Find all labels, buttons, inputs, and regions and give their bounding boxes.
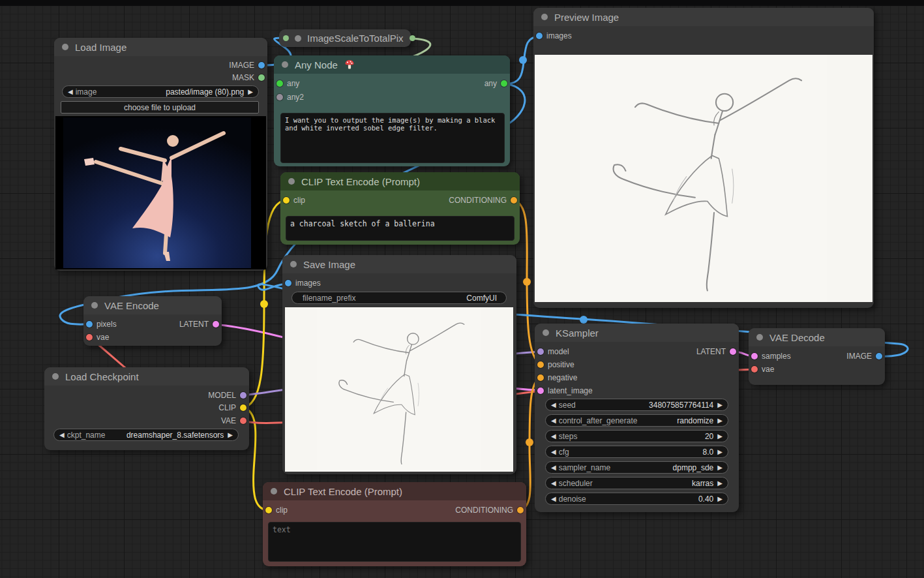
node-header[interactable]: Any Node xyxy=(274,55,510,74)
decrement-arrow-icon[interactable]: ◀ xyxy=(551,430,556,442)
latent-output-dot[interactable] xyxy=(730,348,736,355)
input-slot-images[interactable]: images xyxy=(282,277,516,290)
node-image-scale-to-total-pix[interactable]: ImageScaleToTotalPix xyxy=(279,29,411,47)
output-slot-conditioning[interactable]: CONDITIONING xyxy=(280,194,520,207)
collapse-dot-icon[interactable] xyxy=(62,44,68,50)
increment-arrow-icon[interactable]: ▶ xyxy=(717,430,723,442)
decrement-arrow-icon[interactable]: ◀ xyxy=(551,493,556,505)
node-load-image[interactable]: Load Image IMAGE MASK ◀ image pasted/ima… xyxy=(54,38,267,271)
ksampler-widget-seed[interactable]: ◀seed348075857764114▶ xyxy=(545,399,728,411)
any2-input-dot[interactable] xyxy=(276,94,283,100)
decrement-arrow-icon[interactable]: ◀ xyxy=(551,414,556,427)
input-slot-any2[interactable]: any2 xyxy=(274,91,510,104)
ksampler-widget-steps[interactable]: ◀steps20▶ xyxy=(545,430,728,442)
any-output-dot[interactable] xyxy=(501,80,507,87)
mask-output-dot[interactable] xyxy=(258,74,265,81)
output-slot-vae[interactable]: VAE xyxy=(44,414,249,427)
input-slot-latent-image[interactable]: latent_image xyxy=(535,384,739,397)
output-slot-latent[interactable]: LATENT xyxy=(83,318,222,331)
decrement-arrow-icon[interactable]: ◀ xyxy=(68,85,73,98)
latent-output-dot[interactable] xyxy=(213,321,219,327)
image-combo-widget[interactable]: ◀ image pasted/image (80).png ▶ xyxy=(62,85,259,98)
collapse-dot-icon[interactable] xyxy=(271,488,277,494)
collapse-dot-icon[interactable] xyxy=(290,261,297,267)
increment-arrow-icon[interactable]: ▶ xyxy=(228,429,233,441)
decrement-arrow-icon[interactable]: ◀ xyxy=(551,477,556,489)
input-slot-vae[interactable]: vae xyxy=(749,363,885,376)
filename-prefix-widget[interactable]: filename_prefix ComfyUI xyxy=(291,292,507,304)
images-input-dot[interactable] xyxy=(536,33,543,39)
ksampler-widget-cfg[interactable]: ◀cfg8.0▶ xyxy=(545,446,728,458)
negative-prompt-input[interactable] xyxy=(268,522,521,562)
output-slot-image[interactable]: IMAGE xyxy=(54,59,267,72)
node-vae-encode[interactable]: VAE Encode pixels vae LATENT xyxy=(83,296,222,346)
collapsed-input-dot[interactable] xyxy=(283,35,289,41)
output-slot-conditioning[interactable]: CONDITIONING xyxy=(263,504,526,517)
collapsed-output-dot[interactable] xyxy=(410,35,415,41)
decrement-arrow-icon[interactable]: ◀ xyxy=(59,429,65,441)
ksampler-widget-scheduler[interactable]: ◀schedulerkarras▶ xyxy=(545,477,728,489)
node-ksampler[interactable]: KSampler model positive negative latent_… xyxy=(535,324,739,512)
increment-arrow-icon[interactable]: ▶ xyxy=(717,493,723,505)
output-slot-model[interactable]: MODEL xyxy=(44,389,249,402)
node-header[interactable]: Load Image xyxy=(54,38,267,56)
input-slot-positive[interactable]: positive xyxy=(535,358,739,371)
collapse-dot-icon[interactable] xyxy=(52,373,59,380)
node-header[interactable]: Load Checkpoint xyxy=(44,367,249,386)
ksampler-widget-denoise[interactable]: ◀denoise0.40▶ xyxy=(545,493,728,505)
node-header[interactable]: KSampler xyxy=(535,324,739,342)
decrement-arrow-icon[interactable]: ◀ xyxy=(551,461,556,474)
collapse-dot-icon[interactable] xyxy=(756,334,763,341)
vae-output-dot[interactable] xyxy=(240,418,246,424)
increment-arrow-icon[interactable]: ▶ xyxy=(717,477,723,489)
model-output-dot[interactable] xyxy=(240,392,246,399)
increment-arrow-icon[interactable]: ▶ xyxy=(717,399,723,411)
ksampler-widget-sampler_name[interactable]: ◀sampler_namedpmpp_sde▶ xyxy=(545,461,728,474)
collapse-dot-icon[interactable] xyxy=(282,61,288,68)
increment-arrow-icon[interactable]: ▶ xyxy=(248,85,253,98)
node-header[interactable]: VAE Decode xyxy=(749,328,885,346)
node-header[interactable]: Preview Image xyxy=(533,8,874,26)
output-slot-clip[interactable]: CLIP xyxy=(44,401,249,414)
collapse-dot-icon[interactable] xyxy=(295,35,301,42)
any-node-text-input[interactable]: I want you to output the image(s) by mak… xyxy=(280,113,505,163)
node-vae-decode[interactable]: VAE Decode samples vae IMAGE xyxy=(749,328,885,385)
ksampler-widget-control_after_generate[interactable]: ◀control_after_generaterandomize▶ xyxy=(545,414,728,427)
ckpt-name-widget[interactable]: ◀ ckpt_name dreamshaper_8.safetensors ▶ xyxy=(53,429,239,441)
upload-button[interactable]: choose file to upload xyxy=(61,101,259,114)
node-clip-text-encode-positive[interactable]: CLIP Text Encode (Prompt) clip CONDITION… xyxy=(280,172,520,245)
clip-output-dot[interactable] xyxy=(240,404,246,411)
input-slot-vae[interactable]: vae xyxy=(83,331,222,344)
node-header[interactable]: CLIP Text Encode (Prompt) xyxy=(280,172,520,190)
node-header[interactable]: VAE Encode xyxy=(83,296,222,314)
node-any-node[interactable]: Any Node any any2 any I want you to outp… xyxy=(274,55,510,166)
increment-arrow-icon[interactable]: ▶ xyxy=(717,461,723,474)
node-preview-image[interactable]: Preview Image images xyxy=(533,8,874,308)
node-clip-text-encode-negative[interactable]: CLIP Text Encode (Prompt) clip CONDITION… xyxy=(263,482,526,566)
image-output-dot[interactable] xyxy=(258,62,265,68)
output-slot-latent[interactable]: LATENT xyxy=(535,345,739,358)
node-header[interactable]: Save Image xyxy=(282,255,516,273)
node-load-checkpoint[interactable]: Load Checkpoint MODEL CLIP VAE ◀ ckpt_na… xyxy=(44,367,249,450)
input-slot-images[interactable]: images xyxy=(533,29,874,42)
vae-input-dot[interactable] xyxy=(86,334,93,341)
node-save-image[interactable]: Save Image images filename_prefix ComfyU… xyxy=(282,255,516,474)
decrement-arrow-icon[interactable]: ◀ xyxy=(551,446,556,458)
output-slot-any[interactable]: any xyxy=(274,77,510,90)
images-input-dot[interactable] xyxy=(285,280,291,286)
collapse-dot-icon[interactable] xyxy=(541,14,548,20)
output-slot-image[interactable]: IMAGE xyxy=(749,350,885,363)
positive-input-dot[interactable] xyxy=(537,361,544,368)
image-output-dot[interactable] xyxy=(876,353,882,359)
conditioning-output-dot[interactable] xyxy=(511,197,517,204)
conditioning-output-dot[interactable] xyxy=(517,507,524,513)
node-header[interactable]: CLIP Text Encode (Prompt) xyxy=(263,482,526,500)
decrement-arrow-icon[interactable]: ◀ xyxy=(551,399,556,411)
negative-input-dot[interactable] xyxy=(537,374,544,381)
vae-input-dot[interactable] xyxy=(751,366,758,373)
input-slot-negative[interactable]: negative xyxy=(535,371,739,384)
node-graph-canvas[interactable]: Load Image IMAGE MASK ◀ image pasted/ima… xyxy=(0,0,924,578)
positive-prompt-input[interactable]: a charcoal sketch of a ballerina xyxy=(286,216,514,241)
collapse-dot-icon[interactable] xyxy=(288,178,295,185)
collapse-dot-icon[interactable] xyxy=(543,329,549,336)
